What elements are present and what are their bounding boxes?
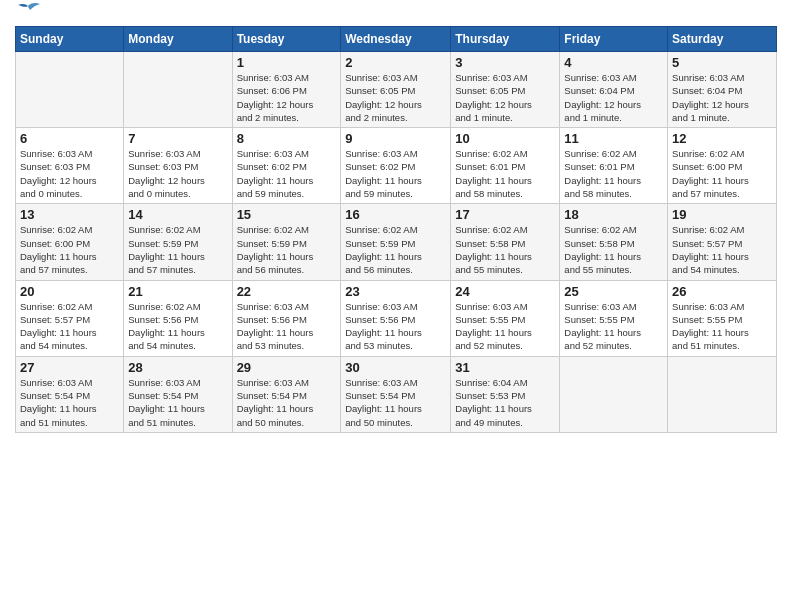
logo [15, 10, 40, 18]
calendar-cell: 8Sunrise: 6:03 AM Sunset: 6:02 PM Daylig… [232, 128, 341, 204]
calendar-cell: 5Sunrise: 6:03 AM Sunset: 6:04 PM Daylig… [668, 52, 777, 128]
day-number: 26 [672, 284, 772, 299]
calendar-cell: 4Sunrise: 6:03 AM Sunset: 6:04 PM Daylig… [560, 52, 668, 128]
day-number: 3 [455, 55, 555, 70]
day-number: 31 [455, 360, 555, 375]
day-info: Sunrise: 6:02 AM Sunset: 6:01 PM Dayligh… [564, 147, 663, 200]
day-info: Sunrise: 6:03 AM Sunset: 5:56 PM Dayligh… [345, 300, 446, 353]
weekday-header-row: SundayMondayTuesdayWednesdayThursdayFrid… [16, 27, 777, 52]
day-number: 2 [345, 55, 446, 70]
day-number: 25 [564, 284, 663, 299]
day-number: 7 [128, 131, 227, 146]
day-number: 28 [128, 360, 227, 375]
day-info: Sunrise: 6:03 AM Sunset: 6:02 PM Dayligh… [237, 147, 337, 200]
calendar-cell: 11Sunrise: 6:02 AM Sunset: 6:01 PM Dayli… [560, 128, 668, 204]
calendar-cell: 23Sunrise: 6:03 AM Sunset: 5:56 PM Dayli… [341, 280, 451, 356]
day-number: 16 [345, 207, 446, 222]
calendar-cell [668, 356, 777, 432]
day-info: Sunrise: 6:03 AM Sunset: 5:55 PM Dayligh… [455, 300, 555, 353]
calendar-cell: 20Sunrise: 6:02 AM Sunset: 5:57 PM Dayli… [16, 280, 124, 356]
calendar-cell: 25Sunrise: 6:03 AM Sunset: 5:55 PM Dayli… [560, 280, 668, 356]
calendar-cell: 29Sunrise: 6:03 AM Sunset: 5:54 PM Dayli… [232, 356, 341, 432]
calendar-cell: 24Sunrise: 6:03 AM Sunset: 5:55 PM Dayli… [451, 280, 560, 356]
day-number: 23 [345, 284, 446, 299]
calendar-cell [560, 356, 668, 432]
calendar-cell: 6Sunrise: 6:03 AM Sunset: 6:03 PM Daylig… [16, 128, 124, 204]
day-number: 17 [455, 207, 555, 222]
calendar-cell: 26Sunrise: 6:03 AM Sunset: 5:55 PM Dayli… [668, 280, 777, 356]
day-number: 21 [128, 284, 227, 299]
day-info: Sunrise: 6:02 AM Sunset: 6:01 PM Dayligh… [455, 147, 555, 200]
day-number: 6 [20, 131, 119, 146]
calendar-cell: 2Sunrise: 6:03 AM Sunset: 6:05 PM Daylig… [341, 52, 451, 128]
calendar-cell: 18Sunrise: 6:02 AM Sunset: 5:58 PM Dayli… [560, 204, 668, 280]
calendar-cell: 19Sunrise: 6:02 AM Sunset: 5:57 PM Dayli… [668, 204, 777, 280]
header [15, 10, 777, 18]
day-info: Sunrise: 6:02 AM Sunset: 5:57 PM Dayligh… [672, 223, 772, 276]
weekday-header-friday: Friday [560, 27, 668, 52]
logo-bird-icon [18, 2, 40, 18]
day-number: 13 [20, 207, 119, 222]
day-number: 5 [672, 55, 772, 70]
calendar-cell: 27Sunrise: 6:03 AM Sunset: 5:54 PM Dayli… [16, 356, 124, 432]
day-number: 22 [237, 284, 337, 299]
calendar-cell: 17Sunrise: 6:02 AM Sunset: 5:58 PM Dayli… [451, 204, 560, 280]
weekday-header-monday: Monday [124, 27, 232, 52]
day-number: 9 [345, 131, 446, 146]
calendar-cell: 3Sunrise: 6:03 AM Sunset: 6:05 PM Daylig… [451, 52, 560, 128]
calendar-week-row: 13Sunrise: 6:02 AM Sunset: 6:00 PM Dayli… [16, 204, 777, 280]
weekday-header-sunday: Sunday [16, 27, 124, 52]
day-info: Sunrise: 6:02 AM Sunset: 6:00 PM Dayligh… [672, 147, 772, 200]
day-info: Sunrise: 6:02 AM Sunset: 5:58 PM Dayligh… [455, 223, 555, 276]
day-number: 4 [564, 55, 663, 70]
calendar-table: SundayMondayTuesdayWednesdayThursdayFrid… [15, 26, 777, 433]
weekday-header-wednesday: Wednesday [341, 27, 451, 52]
day-number: 27 [20, 360, 119, 375]
day-number: 24 [455, 284, 555, 299]
day-number: 20 [20, 284, 119, 299]
day-info: Sunrise: 6:03 AM Sunset: 6:03 PM Dayligh… [20, 147, 119, 200]
day-info: Sunrise: 6:03 AM Sunset: 6:02 PM Dayligh… [345, 147, 446, 200]
day-number: 15 [237, 207, 337, 222]
day-info: Sunrise: 6:03 AM Sunset: 5:54 PM Dayligh… [237, 376, 337, 429]
calendar-cell: 31Sunrise: 6:04 AM Sunset: 5:53 PM Dayli… [451, 356, 560, 432]
day-info: Sunrise: 6:03 AM Sunset: 5:54 PM Dayligh… [345, 376, 446, 429]
day-info: Sunrise: 6:04 AM Sunset: 5:53 PM Dayligh… [455, 376, 555, 429]
calendar-cell: 30Sunrise: 6:03 AM Sunset: 5:54 PM Dayli… [341, 356, 451, 432]
calendar-week-row: 20Sunrise: 6:02 AM Sunset: 5:57 PM Dayli… [16, 280, 777, 356]
calendar-cell: 12Sunrise: 6:02 AM Sunset: 6:00 PM Dayli… [668, 128, 777, 204]
weekday-header-saturday: Saturday [668, 27, 777, 52]
calendar-cell: 13Sunrise: 6:02 AM Sunset: 6:00 PM Dayli… [16, 204, 124, 280]
calendar-week-row: 6Sunrise: 6:03 AM Sunset: 6:03 PM Daylig… [16, 128, 777, 204]
calendar-cell: 22Sunrise: 6:03 AM Sunset: 5:56 PM Dayli… [232, 280, 341, 356]
day-number: 11 [564, 131, 663, 146]
weekday-header-tuesday: Tuesday [232, 27, 341, 52]
calendar-cell [124, 52, 232, 128]
day-number: 14 [128, 207, 227, 222]
day-info: Sunrise: 6:03 AM Sunset: 6:03 PM Dayligh… [128, 147, 227, 200]
calendar-cell: 21Sunrise: 6:02 AM Sunset: 5:56 PM Dayli… [124, 280, 232, 356]
calendar-cell: 1Sunrise: 6:03 AM Sunset: 6:06 PM Daylig… [232, 52, 341, 128]
day-info: Sunrise: 6:03 AM Sunset: 6:06 PM Dayligh… [237, 71, 337, 124]
calendar-week-row: 1Sunrise: 6:03 AM Sunset: 6:06 PM Daylig… [16, 52, 777, 128]
calendar-cell: 14Sunrise: 6:02 AM Sunset: 5:59 PM Dayli… [124, 204, 232, 280]
day-number: 1 [237, 55, 337, 70]
day-info: Sunrise: 6:03 AM Sunset: 6:05 PM Dayligh… [455, 71, 555, 124]
day-number: 12 [672, 131, 772, 146]
calendar-cell [16, 52, 124, 128]
calendar-cell: 15Sunrise: 6:02 AM Sunset: 5:59 PM Dayli… [232, 204, 341, 280]
day-info: Sunrise: 6:02 AM Sunset: 5:59 PM Dayligh… [345, 223, 446, 276]
day-info: Sunrise: 6:03 AM Sunset: 6:05 PM Dayligh… [345, 71, 446, 124]
calendar-cell: 9Sunrise: 6:03 AM Sunset: 6:02 PM Daylig… [341, 128, 451, 204]
day-number: 29 [237, 360, 337, 375]
calendar-cell: 7Sunrise: 6:03 AM Sunset: 6:03 PM Daylig… [124, 128, 232, 204]
day-info: Sunrise: 6:03 AM Sunset: 5:55 PM Dayligh… [672, 300, 772, 353]
calendar-week-row: 27Sunrise: 6:03 AM Sunset: 5:54 PM Dayli… [16, 356, 777, 432]
weekday-header-thursday: Thursday [451, 27, 560, 52]
day-number: 30 [345, 360, 446, 375]
calendar-cell: 28Sunrise: 6:03 AM Sunset: 5:54 PM Dayli… [124, 356, 232, 432]
day-number: 19 [672, 207, 772, 222]
day-info: Sunrise: 6:02 AM Sunset: 5:57 PM Dayligh… [20, 300, 119, 353]
day-info: Sunrise: 6:03 AM Sunset: 5:54 PM Dayligh… [128, 376, 227, 429]
day-info: Sunrise: 6:02 AM Sunset: 6:00 PM Dayligh… [20, 223, 119, 276]
